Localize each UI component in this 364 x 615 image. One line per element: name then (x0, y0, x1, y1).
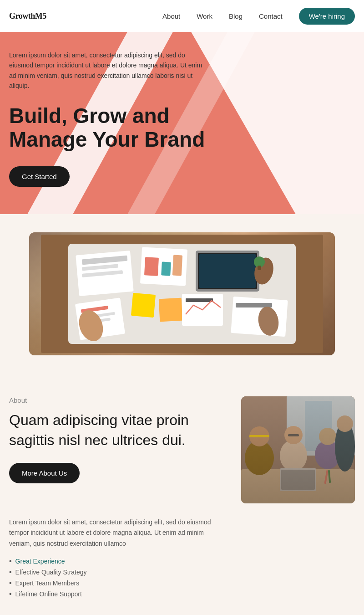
feature-item-1: Great Experience (9, 557, 355, 565)
about-body: Lorem ipsum dolor sit amet, consectetur … (0, 517, 364, 615)
team-photo-image (29, 232, 335, 355)
nav-links: About Work Blog Contact We're hiring (162, 8, 355, 25)
nav-work[interactable]: Work (197, 12, 212, 20)
svg-rect-11 (161, 262, 171, 276)
team-photo-container (29, 232, 335, 355)
nav-cta-button[interactable]: We're hiring (299, 8, 355, 25)
hero-title: Build, Grow and Manage Your Brand (9, 104, 209, 152)
svg-rect-10 (144, 257, 159, 277)
feature-list: Great Experience Effective Quality Strat… (9, 557, 355, 598)
hero-section: Lorem ipsum dolor sit amet, consectetur … (0, 32, 364, 214)
svg-rect-16 (131, 293, 156, 318)
get-started-button[interactable]: Get Started (9, 166, 70, 187)
desk-papers (29, 232, 335, 355)
hero-body-text: Lorem ipsum dolor sit amet, consectetur … (9, 50, 209, 91)
about-section: About Quam adipiscing vitae proin sagitt… (0, 374, 364, 517)
about-image-inner (241, 396, 355, 503)
nav-blog[interactable]: Blog (229, 12, 243, 20)
desk-svg (41, 235, 323, 353)
feature-item-2: Effective Quality Strategy (9, 568, 355, 576)
logo: GrowthM5 (9, 11, 46, 21)
svg-rect-12 (172, 255, 182, 276)
more-about-us-button[interactable]: More About Us (9, 463, 80, 483)
people-overlay (241, 396, 355, 503)
svg-rect-30 (186, 298, 213, 302)
navbar: GrowthM5 About Work Blog Contact We're h… (0, 0, 364, 32)
about-right (241, 396, 355, 503)
svg-rect-28 (258, 266, 261, 270)
svg-rect-15 (199, 254, 256, 288)
about-heading: Quam adipiscing vitae proin sagittis nis… (9, 410, 223, 450)
feature-link-1[interactable]: Great Experience (15, 558, 65, 565)
feature-item-3: Expert Team Members (9, 579, 355, 587)
team-photo-section (0, 214, 364, 374)
about-body-text: Lorem ipsum dolor sit amet, consectetur … (9, 517, 218, 548)
about-image (241, 396, 355, 503)
nav-contact[interactable]: Contact (259, 12, 283, 20)
about-label: About (9, 396, 223, 404)
hero-content: Lorem ipsum dolor sit amet, consectetur … (0, 32, 218, 214)
nav-about[interactable]: About (162, 12, 180, 20)
feature-item-4: Lifetime Online Support (9, 590, 355, 598)
about-left: About Quam adipiscing vitae proin sagitt… (9, 396, 223, 483)
svg-rect-17 (159, 298, 183, 322)
